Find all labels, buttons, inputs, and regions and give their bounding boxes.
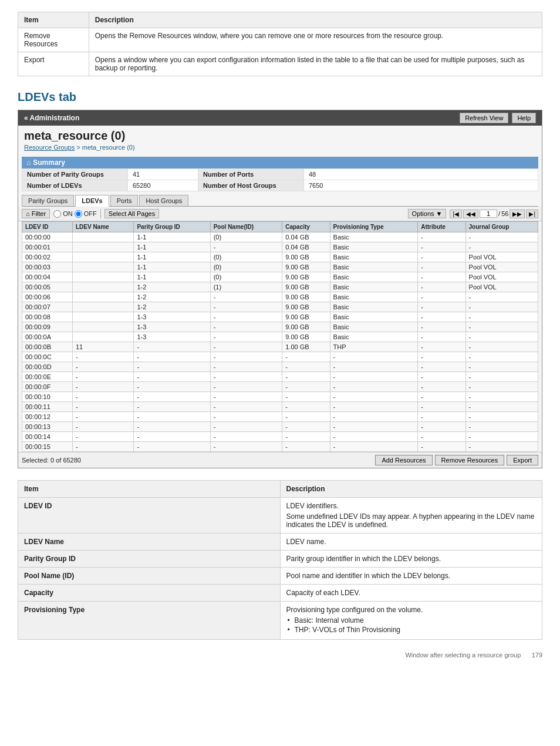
table-cell-10-4: 9.00 GB bbox=[282, 332, 330, 342]
table-cell-16-0: 00:00:10 bbox=[22, 392, 73, 402]
table-cell-10-7: - bbox=[465, 332, 538, 342]
tab-ports[interactable]: Ports bbox=[110, 195, 139, 206]
nav-prev-button[interactable]: ◀◀ bbox=[463, 210, 478, 218]
table-cell-18-1: - bbox=[72, 412, 134, 422]
table-cell-4-6: - bbox=[418, 272, 465, 282]
off-label: OFF bbox=[84, 210, 97, 217]
table-cell-14-6: - bbox=[418, 372, 465, 382]
admin-header-left: « Administration bbox=[24, 114, 79, 122]
table-cell-19-5: - bbox=[330, 422, 418, 432]
breadcrumb-link[interactable]: Resource Groups bbox=[24, 144, 75, 151]
parity-groups-value: 41 bbox=[128, 169, 198, 180]
table-cell-7-1 bbox=[72, 302, 134, 312]
col-header-5: Provisioning Type bbox=[330, 222, 418, 232]
star-icon: ⌂ bbox=[26, 158, 31, 167]
table-cell-18-3: - bbox=[210, 412, 282, 422]
resource-title: meta_resource (0) bbox=[18, 126, 542, 144]
desc-description: Parity group identifier in which the LDE… bbox=[280, 551, 542, 568]
table-cell-1-3: - bbox=[210, 242, 282, 252]
table-cell-13-6: - bbox=[418, 362, 465, 372]
desc-description: Provisioning type configured on the volu… bbox=[280, 602, 542, 640]
table-cell-21-5: - bbox=[330, 442, 418, 452]
desc-item: LDEV ID bbox=[18, 498, 281, 534]
page-input[interactable] bbox=[480, 210, 497, 218]
filter-button[interactable]: ⌂ Filter bbox=[22, 209, 50, 218]
desc-table-row: CapacityCapacity of each LDEV. bbox=[18, 585, 542, 602]
nav-first-button[interactable]: |◀ bbox=[450, 210, 462, 218]
bottom-bar: Selected: 0 of 65280 Add Resources Remov… bbox=[18, 452, 542, 468]
breadcrumb-sep: > bbox=[76, 144, 82, 151]
table-cell-10-6: - bbox=[418, 332, 465, 342]
summary-bar: ⌂ Summary bbox=[22, 157, 538, 168]
table-cell-12-3: - bbox=[210, 352, 282, 362]
table-cell-1-7: - bbox=[465, 242, 538, 252]
table-cell-6-4: 9.00 GB bbox=[282, 292, 330, 302]
table-cell-15-6: - bbox=[418, 382, 465, 392]
table-cell-17-5: - bbox=[330, 402, 418, 412]
table-cell-5-5: Basic bbox=[330, 282, 418, 292]
table-cell-21-6: - bbox=[418, 442, 465, 452]
table-cell-0-1 bbox=[72, 232, 134, 242]
breadcrumb-current: meta_resource (0) bbox=[82, 144, 135, 151]
table-cell-17-3: - bbox=[210, 402, 282, 412]
table-cell-13-7: - bbox=[465, 362, 538, 372]
host-groups-value: 7650 bbox=[304, 180, 538, 191]
table-cell-11-4: 1.00 GB bbox=[282, 342, 330, 352]
table-cell-14-4: - bbox=[282, 372, 330, 382]
tab-ldevs[interactable]: LDEVs bbox=[75, 195, 109, 207]
table-cell-6-0: 00:00:06 bbox=[22, 292, 73, 302]
nav-last-button[interactable]: ▶| bbox=[526, 210, 538, 218]
table-cell-9-2: 1-3 bbox=[134, 322, 210, 332]
table-cell-4-7: Pool VOL bbox=[465, 272, 538, 282]
export-button[interactable]: Export bbox=[507, 455, 538, 465]
tab-parity-groups[interactable]: Parity Groups bbox=[22, 195, 74, 206]
select-all-pages-button[interactable]: Select All Pages bbox=[104, 209, 160, 218]
table-row: 00:00:061-2-9.00 GBBasic-- bbox=[22, 292, 538, 302]
table-cell-15-0: 00:00:0F bbox=[22, 382, 73, 392]
desc-table-row: Provisioning TypeProvisioning type confi… bbox=[18, 602, 542, 640]
table-cell-8-4: 9.00 GB bbox=[282, 312, 330, 322]
options-button[interactable]: Options ▼ bbox=[408, 209, 447, 218]
table-cell-13-3: - bbox=[210, 362, 282, 372]
table-cell-8-3: - bbox=[210, 312, 282, 322]
table-cell-11-0: 00:00:0B bbox=[22, 342, 73, 352]
table-cell-3-7: Pool VOL bbox=[465, 262, 538, 272]
col-header-7: Journal Group bbox=[465, 222, 538, 232]
section-heading: LDEVs tab bbox=[18, 90, 542, 104]
top-table-desc: Opens the Remove Resources window, where… bbox=[89, 28, 542, 52]
table-cell-1-2: 1-1 bbox=[134, 242, 210, 252]
tab-host-groups[interactable]: Host Groups bbox=[139, 195, 188, 206]
table-cell-15-5: - bbox=[330, 382, 418, 392]
table-cell-17-4: - bbox=[282, 402, 330, 412]
on-off-radio: ON OFF bbox=[53, 210, 97, 218]
table-row: 00:00:001-1(0)0.04 GBBasic-- bbox=[22, 232, 538, 242]
help-button[interactable]: Help bbox=[512, 113, 536, 123]
table-cell-6-6: - bbox=[418, 292, 465, 302]
table-cell-5-2: 1-2 bbox=[134, 282, 210, 292]
off-radio[interactable] bbox=[75, 210, 82, 218]
on-radio[interactable] bbox=[53, 210, 61, 218]
table-row: 00:00:031-1(0)9.00 GBBasic-Pool VOL bbox=[22, 262, 538, 272]
filter-separator bbox=[100, 209, 101, 218]
table-cell-14-0: 00:00:0E bbox=[22, 372, 73, 382]
table-cell-11-6: - bbox=[418, 342, 465, 352]
table-row: 00:00:0F------- bbox=[22, 382, 538, 392]
nav-next-button[interactable]: ▶▶ bbox=[510, 210, 525, 218]
table-cell-8-0: 00:00:08 bbox=[22, 312, 73, 322]
table-cell-8-1 bbox=[72, 312, 134, 322]
table-cell-5-1 bbox=[72, 282, 134, 292]
add-resources-button[interactable]: Add Resources bbox=[375, 455, 432, 465]
table-cell-16-3: - bbox=[210, 392, 282, 402]
breadcrumb: Resource Groups > meta_resource (0) bbox=[18, 144, 542, 154]
table-cell-2-2: 1-1 bbox=[134, 252, 210, 262]
table-cell-13-0: 00:00:0D bbox=[22, 362, 73, 372]
desc-table-row: LDEV NameLDEV name. bbox=[18, 534, 542, 551]
table-cell-16-5: - bbox=[330, 392, 418, 402]
refresh-view-button[interactable]: Refresh View bbox=[460, 113, 508, 123]
table-cell-13-2: - bbox=[134, 362, 210, 372]
remove-resources-button[interactable]: Remove Resources bbox=[435, 455, 505, 465]
table-row: 00:00:041-1(0)9.00 GBBasic-Pool VOL bbox=[22, 272, 538, 282]
table-cell-9-1 bbox=[72, 322, 134, 332]
top-table-row: Remove ResourcesOpens the Remove Resourc… bbox=[18, 28, 542, 52]
top-table: Item Description Remove ResourcesOpens t… bbox=[18, 12, 542, 76]
